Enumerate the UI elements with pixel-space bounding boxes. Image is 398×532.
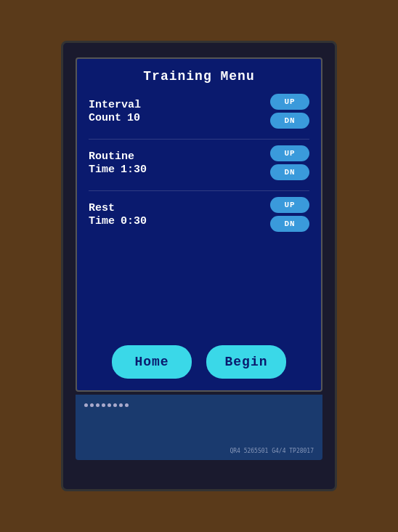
interval-row: Interval Count 10 UP DN [89, 94, 309, 129]
interval-dn-button[interactable]: DN [270, 113, 309, 129]
divider-2 [89, 190, 309, 191]
pcb-dot-8 [125, 403, 129, 407]
divider-1 [89, 139, 309, 140]
screen: Training Menu Interval Count 10 UP DN [76, 57, 322, 392]
routine-time-label: Time [89, 164, 115, 176]
routine-dn-button[interactable]: DN [270, 164, 309, 180]
routine-value: 1:30 [121, 164, 147, 176]
rest-time-label: Time [89, 215, 115, 227]
pcb-serial: QR4 5265S01 G4/4 TP28017 [230, 448, 314, 454]
rest-labels: Rest Time 0:30 [89, 201, 147, 228]
rest-row: Rest Time 0:30 UP DN [89, 197, 309, 232]
rest-up-button[interactable]: UP [270, 197, 309, 213]
rest-dn-button[interactable]: DN [270, 216, 309, 232]
pcb-dot-7 [119, 403, 123, 407]
interval-labels: Interval Count 10 [89, 98, 141, 125]
device: Training Menu Interval Count 10 UP DN [61, 41, 337, 491]
pcb-dot-1 [84, 403, 88, 407]
routine-up-button[interactable]: UP [270, 145, 309, 161]
routine-btn-group: UP DN [270, 145, 309, 180]
interval-btn-group: UP DN [270, 94, 309, 129]
rest-btn-group: UP DN [270, 197, 309, 232]
routine-labels: Routine Time 1:30 [89, 150, 147, 177]
count-label: Count [89, 112, 121, 124]
interval-up-button[interactable]: UP [270, 94, 309, 110]
home-button[interactable]: Home [112, 345, 192, 379]
screen-title: Training Menu [143, 69, 254, 84]
begin-button[interactable]: Begin [206, 345, 286, 379]
rest-label: Rest [89, 201, 115, 216]
interval-value: 10 [127, 112, 140, 124]
pcb-dot-3 [96, 403, 99, 407]
routine-label: Routine [89, 150, 134, 164]
pcb-dot-5 [107, 403, 111, 407]
pcb-dots [84, 403, 129, 407]
pcb-dot-4 [102, 403, 105, 407]
pcb-dot-6 [113, 403, 117, 407]
pcb-area: QR4 5265S01 G4/4 TP28017 [76, 395, 322, 460]
rest-value: 0:30 [121, 215, 147, 227]
routine-row: Routine Time 1:30 UP DN [89, 145, 309, 180]
pcb-dot-2 [90, 403, 94, 407]
bottom-buttons: Home Begin [89, 345, 309, 379]
interval-label: Interval [89, 98, 141, 113]
